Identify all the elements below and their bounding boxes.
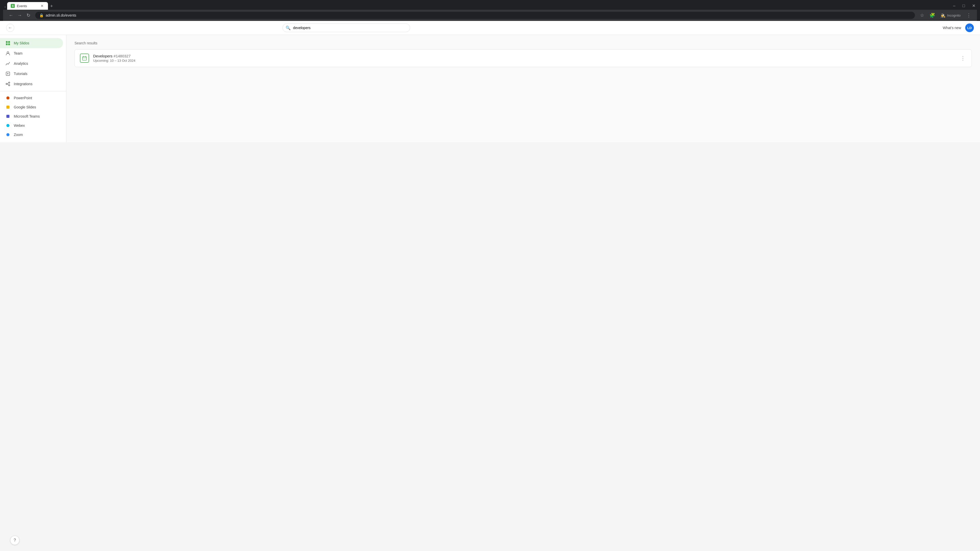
extensions-button[interactable]: 🧩: [928, 11, 936, 19]
address-input[interactable]: 🔒 admin.sli.do/events: [35, 12, 915, 19]
zoom-icon: [5, 133, 11, 136]
address-bar: ← → ↻ 🔒 admin.sli.do/events ☆ 🧩 🕵️ Incog…: [3, 10, 977, 21]
integrations-icon: [5, 81, 11, 86]
search-results-title: Search results: [75, 41, 972, 45]
sidebar-item-tutorials[interactable]: Tutorials: [0, 68, 63, 79]
svg-rect-0: [6, 41, 8, 43]
svg-point-8: [9, 85, 10, 86]
svg-rect-11: [83, 57, 86, 60]
svg-rect-1: [8, 41, 10, 43]
sidebar-divider: [0, 91, 66, 91]
url-display: admin.sli.do/events: [46, 13, 76, 17]
sidebar-item-team[interactable]: Team: [0, 48, 63, 59]
search-icon: 🔍: [286, 25, 291, 30]
result-card[interactable]: Developers #1480327 Upcoming: 10 – 13 Oc…: [75, 49, 972, 67]
tab-title: Events: [17, 4, 38, 8]
event-id: #1480327: [114, 54, 130, 58]
header-right: What's new LD: [943, 24, 974, 32]
sidebar-item-microsoft-teams[interactable]: Microsoft Teams: [0, 112, 63, 121]
minimize-button[interactable]: –: [951, 3, 957, 9]
sidebar: My Slidos Team Analytics: [0, 35, 66, 142]
team-icon: [5, 51, 11, 56]
incognito-indicator: 🕵️ Incognito: [939, 12, 963, 19]
search-container: 🔍: [283, 24, 410, 32]
reload-button[interactable]: ↻: [24, 11, 32, 19]
active-tab[interactable]: S Events ✕: [7, 2, 48, 10]
sidebar-item-powerpoint[interactable]: PowerPoint: [0, 94, 63, 103]
tab-nav-prev[interactable]: ‹: [3, 4, 7, 10]
content-area: Search results Developers #1480327 Upcom…: [66, 35, 980, 142]
sidebar-item-label: My Slidos: [14, 41, 29, 45]
close-window-button[interactable]: ✕: [970, 3, 977, 9]
tab-favicon: S: [11, 4, 15, 8]
result-info: Developers #1480327 Upcoming: 10 – 13 Oc…: [93, 54, 955, 62]
bookmark-button[interactable]: ☆: [918, 11, 926, 19]
forward-nav-button[interactable]: →: [16, 11, 24, 19]
sidebar-item-label: Google Slides: [14, 105, 36, 109]
result-subtitle: Upcoming: 10 – 13 Oct 2024: [93, 59, 955, 62]
svg-line-9: [7, 83, 9, 84]
sidebar-item-analytics[interactable]: Analytics: [0, 59, 63, 68]
sidebar-item-zoom[interactable]: Zoom: [0, 130, 63, 139]
svg-point-6: [6, 83, 7, 85]
sidebar-item-my-slidos[interactable]: My Slidos: [0, 38, 63, 48]
avatar[interactable]: LD: [965, 24, 974, 32]
svg-rect-3: [8, 43, 10, 45]
webex-icon: [5, 124, 11, 127]
sidebar-item-google-slides[interactable]: Google Slides: [0, 103, 63, 112]
browser-menu-button[interactable]: ⋮: [965, 11, 973, 19]
sidebar-item-integrations[interactable]: Integrations: [0, 79, 63, 89]
sidebar-item-label: Analytics: [14, 62, 28, 65]
result-title: Developers #1480327: [93, 54, 955, 58]
google-slides-icon: [5, 106, 11, 109]
maximize-button[interactable]: □: [961, 3, 966, 9]
sidebar-item-label: Webex: [14, 124, 25, 127]
powerpoint-icon: [5, 97, 11, 100]
search-input[interactable]: [283, 24, 410, 32]
new-tab-button[interactable]: +: [48, 3, 55, 10]
event-icon: [80, 54, 89, 63]
result-more-button[interactable]: ⋮: [959, 54, 966, 62]
whats-new-button[interactable]: What's new: [943, 26, 961, 30]
browser-chrome: ‹ S Events ✕ + – □ ✕ ← → ↻ 🔒 admin.sli.d…: [0, 0, 980, 21]
back-button[interactable]: ←: [6, 24, 14, 32]
sidebar-item-label: Zoom: [14, 133, 23, 137]
sidebar-item-label: Tutorials: [14, 72, 27, 76]
main-layout: My Slidos Team Analytics: [0, 35, 980, 142]
sidebar-item-label: Integrations: [14, 82, 32, 86]
svg-rect-2: [6, 43, 8, 45]
sidebar-item-label: Microsoft Teams: [14, 114, 40, 118]
my-slidos-icon: [5, 41, 11, 46]
back-icon: ←: [8, 25, 12, 30]
svg-line-10: [7, 84, 9, 85]
back-nav-button[interactable]: ←: [7, 11, 15, 19]
svg-point-7: [9, 82, 10, 83]
analytics-icon: [5, 61, 11, 66]
tutorials-icon: [5, 71, 11, 76]
tab-close-button[interactable]: ✕: [40, 3, 45, 8]
sidebar-item-webex[interactable]: Webex: [0, 121, 63, 130]
app-header: ← 🔍 What's new LD: [0, 21, 980, 35]
sidebar-item-label: PowerPoint: [14, 96, 32, 100]
microsoft-teams-icon: [5, 115, 11, 118]
sidebar-item-label: Team: [14, 51, 22, 56]
